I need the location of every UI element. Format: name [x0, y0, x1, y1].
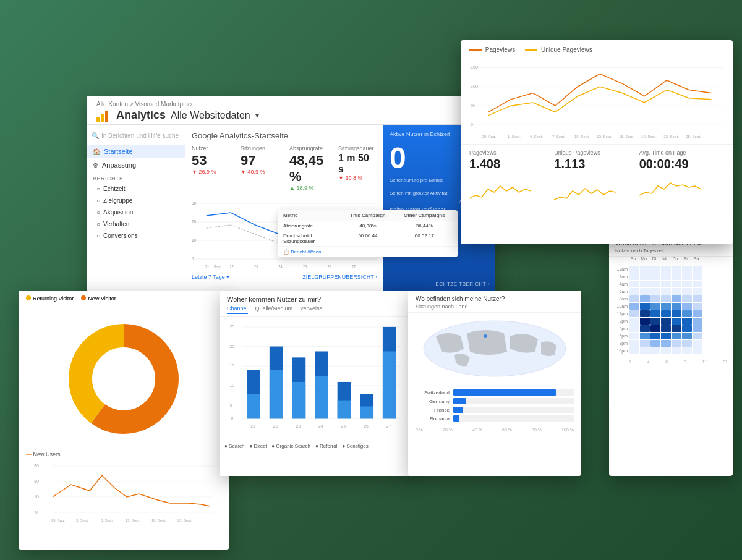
heatmap-grid: 12am2am4am6am8am10am12pm2pm4pm6pm8pm10pm: [609, 262, 733, 358]
stat-nutzer: Nutzer 53 ▼ 26,9 %: [192, 145, 231, 191]
dashboard-subtitle: Alle Websitedaten: [171, 110, 250, 121]
row-absprungrate: Absprungrate 48,38% 36,44%: [278, 221, 458, 231]
svg-text:21: 21: [205, 264, 210, 269]
heatmap-cell: [693, 347, 702, 354]
nav-echtzeit[interactable]: ○ Echtzeit: [87, 183, 185, 195]
heatmap-cell: [682, 303, 692, 310]
nav-anpassung[interactable]: ⚙ Anpassung: [87, 158, 185, 172]
svg-text:22. Sept.: 22. Sept.: [663, 134, 679, 138]
sidebar: 🔍 In Berichten und Hilfe suche 🏠 Startse…: [87, 125, 186, 292]
stat-dauer: Sitzungsdauer 1 m 50 s ▼ 10,8 %: [338, 145, 377, 191]
heatmap-cell: [661, 273, 671, 280]
heatmap-cell: [629, 310, 639, 317]
heatmap-cell: [650, 340, 660, 347]
heatmap-cell: [661, 295, 671, 302]
stat-sitzungen-label: Sitzungen: [241, 145, 279, 151]
tr-avgtime-value: 00:00:49: [639, 157, 724, 171]
heatmap-cell: [650, 310, 660, 317]
bar-germany: Germany: [416, 398, 574, 404]
tr-stat-avgtime: Avg. Time on Page 00:00:49: [639, 150, 724, 207]
svg-text:29. Aug.: 29. Aug.: [51, 519, 65, 522]
nav-akquisition[interactable]: ○ Akquisition: [87, 206, 185, 218]
bericht-link[interactable]: 📋 Bericht öffnen: [278, 247, 458, 257]
top-right-card: Pageviews Unique Pageviews 150 100 50 0: [461, 40, 733, 244]
svg-text:60%: 60%: [133, 380, 151, 390]
map-axis: 0 %20 %40 %60 %80 %100 %: [408, 426, 581, 433]
svg-text:23: 23: [296, 424, 301, 428]
svg-text:4. Sept.: 4. Sept.: [530, 134, 544, 138]
heatmap-cell: [640, 333, 650, 339]
time-label: 12pm: [614, 312, 628, 316]
dropdown-arrow-icon[interactable]: ▾: [255, 111, 259, 120]
svg-text:50: 50: [471, 103, 475, 108]
svg-text:25: 25: [341, 424, 346, 428]
heatmap-cell: [640, 347, 650, 354]
heatmap-cell: [629, 266, 639, 273]
tab-verweise[interactable]: Verweise: [300, 305, 323, 314]
col-metric: Metric: [283, 213, 339, 218]
stat-dauer-change: ▼ 10,8 %: [338, 175, 377, 181]
search-placeholder: In Berichten und Hilfe suche: [101, 132, 179, 139]
heatmap-cell: [650, 273, 660, 280]
breadcrumb: Alle Konten > Visomed Marketplace: [96, 101, 485, 108]
search-bar[interactable]: 🔍 In Berichten und Hilfe suche: [87, 130, 185, 142]
tr-stats-row: Pageviews 1.408 Unique Pageviews 1.113 A…: [461, 144, 733, 212]
tab-quelle[interactable]: Quelle/Medium: [255, 305, 293, 314]
time-label: 8pm: [614, 341, 628, 346]
svg-text:23. Sept.: 23. Sept.: [177, 519, 192, 522]
tab-channel[interactable]: Channel: [227, 305, 248, 314]
heatmap-cell: [650, 333, 660, 339]
heatmap-cell: [640, 288, 650, 295]
nav-verhalten[interactable]: ○ Verhalten: [87, 218, 185, 230]
donut-card: Returning Visitor New Visitor 40% 60% — …: [19, 291, 229, 550]
stat-dauer-value: 1 m 50 s: [338, 153, 377, 175]
heatmap-cell: [682, 347, 692, 354]
row-sitzung: Durchschnittl. Sitzungsdauer 00:00:44 00…: [278, 231, 458, 247]
realtime-footer-link[interactable]: ECHTZEITBERICHT ›: [436, 281, 490, 287]
heatmap-cell: [629, 340, 639, 347]
svg-rect-70: [292, 382, 305, 418]
time-label: 6pm: [614, 334, 628, 338]
heatmap-cell: [682, 318, 692, 325]
period-label[interactable]: Letzte 7 Tage ▾: [192, 274, 229, 280]
heatmap-cell: [693, 325, 702, 332]
val-sitzung-other: 00:02:17: [396, 233, 453, 244]
heatmap-cell: [650, 288, 660, 295]
stat-absprung-change: ▲ 18,9 %: [289, 185, 328, 191]
svg-text:25. Sept.: 25. Sept.: [686, 134, 701, 138]
tr-pageviews-label: Pageviews: [469, 150, 554, 156]
nav-zielgruppe[interactable]: ○ Zielgruppe: [87, 195, 185, 206]
analytics-label: Analytics: [116, 109, 166, 122]
world-map: [408, 313, 581, 387]
heatmap-cell: [693, 295, 702, 302]
heatmap-cell: [661, 266, 671, 273]
tr-avgtime-label: Avg. Time on Page: [639, 150, 724, 156]
nav-startseite[interactable]: 🏠 Startseite: [87, 145, 185, 158]
country-germany: Germany: [416, 399, 450, 404]
heatmap-row: 8pm: [614, 340, 728, 347]
metric-absprung: Absprungrate: [283, 223, 339, 229]
heatmap-cell: [650, 347, 660, 354]
heatmap-cell: [672, 273, 681, 280]
heatmap-cell: [629, 325, 639, 332]
stat-sitzungen-value: 97: [241, 153, 279, 169]
svg-text:22: 22: [230, 264, 234, 269]
svg-text:1. Sept.: 1. Sept.: [508, 134, 521, 138]
heatmap-cell: [661, 288, 671, 295]
dashboard-header: Alle Konten > Visomed Marketplace Analyt…: [87, 96, 495, 125]
bar-switzerland: Switzerland: [416, 389, 574, 396]
legend-search: ● Search: [224, 443, 244, 449]
time-label: 2pm: [614, 319, 628, 323]
svg-text:13. Sept.: 13. Sept.: [126, 519, 140, 522]
heatmap-cell: [661, 310, 671, 317]
col-this-campaign: This Campaign: [339, 213, 396, 218]
svg-rect-66: [247, 394, 260, 419]
zielgruppen-link[interactable]: ZIELGRUPPENÜBERSICHT ›: [302, 274, 377, 280]
unique-pageviews-legend: Unique Pageviews: [525, 46, 592, 53]
nav-conversions[interactable]: ○ Conversions: [87, 230, 185, 242]
heatmap-cell: [693, 273, 702, 280]
heatmap-cell: [650, 325, 660, 332]
svg-rect-74: [338, 401, 351, 419]
map-subtitle: Sitzungen nach Land: [416, 303, 574, 310]
tr-unique-label: Unique Pageviews: [554, 150, 639, 156]
